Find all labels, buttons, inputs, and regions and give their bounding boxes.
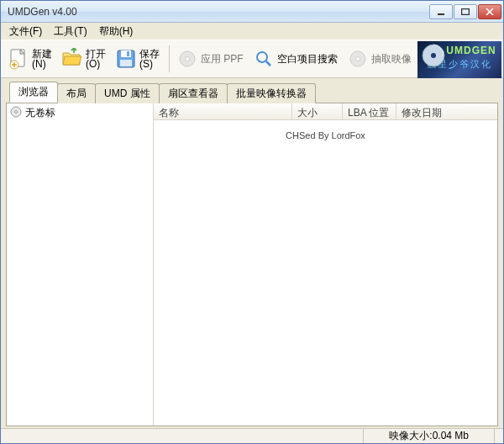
close-button[interactable] <box>478 4 501 19</box>
new-button[interactable]: 新建 (N) <box>4 45 58 73</box>
menu-file[interactable]: 文件(F) <box>4 23 47 40</box>
status-image-size: 映像大小:0.04 Mb <box>363 429 495 443</box>
save-label-2: (S) <box>139 59 153 69</box>
app-window: UMDGen v4.00 文件(F) 工具(T) 帮助(H) 新建 ( <box>0 0 504 444</box>
disc-icon <box>421 43 446 68</box>
list-pane: 名称 大小 LBA 位置 修改日期 CHSed By LordFox <box>154 103 497 426</box>
save-disk-icon <box>114 47 138 71</box>
list-empty-message: CHSed By LordFox <box>154 130 497 140</box>
open-button[interactable]: 打开 (O) <box>58 45 112 73</box>
volume-icon <box>10 106 22 120</box>
menu-tools[interactable]: 工具(T) <box>49 23 92 40</box>
tab-strip: 浏览器 布局 UMD 属性 扇区查看器 批量映像转换器 <box>1 78 503 103</box>
statusbar: 映像大小:0.04 Mb <box>1 428 503 443</box>
extract-label: 抽取映像 <box>371 52 412 66</box>
window-controls <box>428 4 501 19</box>
titlebar[interactable]: UMDGen v4.00 <box>1 1 503 23</box>
extract-button[interactable]: 抽取映像 <box>344 45 417 73</box>
column-lba[interactable]: LBA 位置 <box>343 103 396 119</box>
svg-point-24 <box>15 111 18 114</box>
brand-line-1: UMDGEN <box>446 45 496 56</box>
brand-panel: UMDGEN 氫星少爷汉化 <box>417 41 501 78</box>
tab-sector-viewer[interactable]: 扇区查看器 <box>159 83 228 103</box>
tab-layout[interactable]: 布局 <box>57 83 96 103</box>
open-label-2: (O) <box>86 59 100 69</box>
svg-rect-0 <box>438 13 444 15</box>
new-label-2: (N) <box>32 59 46 69</box>
apply-ppf-button[interactable]: 应用 PPF <box>173 45 249 73</box>
menu-help[interactable]: 帮助(H) <box>94 23 139 40</box>
tab-batch-converter[interactable]: 批量映像转换器 <box>227 83 316 103</box>
menubar: 文件(F) 工具(T) 帮助(H) <box>1 23 503 40</box>
svg-line-16 <box>266 61 270 66</box>
column-name[interactable]: 名称 <box>154 103 292 119</box>
window-title: UMDGen v4.00 <box>8 6 428 18</box>
tree-root-label: 无卷标 <box>25 106 55 120</box>
empty-search-label: 空白项目搜索 <box>277 52 338 66</box>
workarea: 无卷标 名称 大小 LBA 位置 修改日期 CHSed By LordFox <box>6 103 498 426</box>
tree-pane[interactable]: 无卷标 <box>7 103 154 426</box>
list-body[interactable]: CHSed By LordFox <box>154 120 497 426</box>
save-button[interactable]: 保存 (S) <box>112 45 165 73</box>
svg-rect-10 <box>121 50 131 57</box>
minimize-button[interactable] <box>429 4 453 19</box>
svg-point-22 <box>431 53 436 58</box>
tree-root-node[interactable]: 无卷标 <box>8 105 151 121</box>
tab-browser[interactable]: 浏览器 <box>9 82 58 103</box>
svg-point-15 <box>257 52 267 62</box>
toolbar-separator <box>169 45 170 72</box>
svg-point-18 <box>355 57 360 61</box>
svg-rect-1 <box>462 8 470 14</box>
column-modified[interactable]: 修改日期 <box>396 103 497 119</box>
list-header: 名称 大小 LBA 位置 修改日期 <box>154 103 497 120</box>
apply-ppf-icon <box>176 47 199 71</box>
column-size[interactable]: 大小 <box>292 103 343 119</box>
extract-icon <box>346 47 370 71</box>
svg-rect-12 <box>120 60 132 66</box>
maximize-button[interactable] <box>454 4 477 19</box>
svg-rect-11 <box>127 51 129 56</box>
open-folder-icon <box>60 47 84 71</box>
svg-point-14 <box>186 57 190 61</box>
search-icon <box>252 47 276 71</box>
toolbar: 新建 (N) 打开 (O) 保存 (S) <box>1 40 503 78</box>
apply-ppf-label: 应用 PPF <box>201 52 244 66</box>
new-file-icon <box>7 47 30 71</box>
empty-search-button[interactable]: 空白项目搜索 <box>249 45 344 73</box>
tab-umd-attributes[interactable]: UMD 属性 <box>95 83 160 103</box>
